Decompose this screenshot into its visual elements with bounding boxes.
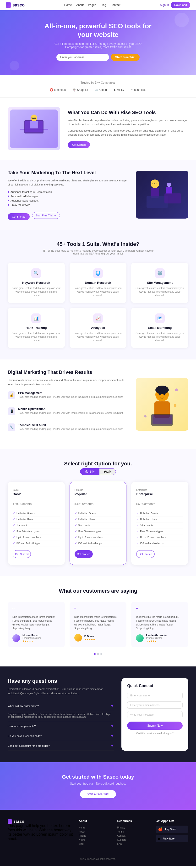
feature-basic-5: ✓Up to 2 team members <box>13 534 60 540</box>
faq-item-4[interactable]: Can I get a discount for a big order? ▼ <box>8 741 114 751</box>
ppc-icon: 💰 <box>8 391 15 399</box>
hero-title: All-in-one, powerful SEO tools for your … <box>38 22 158 39</box>
toggle-monthly[interactable]: Monthly <box>80 468 99 475</box>
faq-desc: Exercitation ullamco id occaecat exercit… <box>8 687 114 695</box>
play-store-label: Play Store <box>163 837 174 840</box>
footer-link-news[interactable]: News <box>79 838 112 842</box>
price-cta-enterprise[interactable]: Get Started <box>136 550 154 558</box>
site-icon: ⚙️ <box>155 269 165 278</box>
mobile-icon: 📱 <box>8 407 15 415</box>
testi-card-1: " Duis imperdiet leo mollis lorem tincid… <box>8 602 65 647</box>
feature-basic-4: ✓Free 20 column types <box>13 528 60 534</box>
feature-item-2: Personalized Messages <box>8 194 128 198</box>
service-mobile: 📱 Mobile Optimization Track both reading… <box>8 407 128 420</box>
price-features-basic: ✓Unlimited Guests ✓Unlimited Users ✓1 ac… <box>13 510 60 547</box>
faq-left: Have any questions Exercitation ullamco … <box>8 678 114 751</box>
hero-email-input[interactable] <box>56 54 109 61</box>
footer-bottom: © 2024 Sasco. All rights reserved. <box>8 854 188 860</box>
faq-q-2: How to return products? <box>8 725 36 727</box>
hero-search-bar: Start Free Trial <box>6 54 190 61</box>
faq-item-3[interactable]: Do you have a coupon code? ▼ <box>8 731 114 741</box>
contact-phone-input[interactable] <box>127 711 183 718</box>
testi-text-1: Duis imperdiet leo mollis lorem tincidun… <box>12 615 60 630</box>
svg-rect-10 <box>167 183 171 187</box>
hero-decoration-circle2 <box>9 61 19 70</box>
service-ppc: 💰 PPC Management Track both reading and … <box>8 391 128 404</box>
nav-blog[interactable]: Blog <box>101 3 106 7</box>
marketing-btn-group: Get Started Start Free Trial → <box>8 211 128 220</box>
app-store-badge[interactable]: 🍎 App Store <box>156 826 188 833</box>
digital-content: Digital Marketing That Drives Results Co… <box>8 369 128 439</box>
testimonials-grid: " Duis imperdiet leo mollis lorem tincid… <box>8 602 188 647</box>
footer-link-faq[interactable]: FAQ <box>117 842 150 846</box>
price-amount-basic: $29.00/month <box>13 499 60 506</box>
contact-email-input[interactable] <box>127 702 183 709</box>
faq-q-3: Do you have a coupon code? <box>8 735 42 737</box>
what-cta-button[interactable]: Get Started <box>68 142 90 148</box>
signin-button[interactable]: Sign In <box>160 3 169 7</box>
hero-cta-button[interactable]: Start Free Trial <box>111 54 140 61</box>
luminous-icon: ⭕ <box>50 88 53 92</box>
cta-description: Start your free plan. No credit card req… <box>8 782 188 785</box>
toggle-yearly[interactable]: Yearly <box>99 468 116 475</box>
testi-author-3: Leslie Alexander Product Owner ★★★★★ <box>136 634 184 643</box>
svg-point-20 <box>163 394 165 395</box>
footer-link-support[interactable]: Support <box>117 838 150 842</box>
nav-about[interactable]: About <box>76 3 84 7</box>
cta-button[interactable]: Start a Free Trial <box>80 790 116 798</box>
nav-home[interactable]: Home <box>64 3 72 7</box>
marketing-cta-button[interactable]: Get Started <box>8 213 30 220</box>
feature-pop-1: ✓Unlimited Guests <box>75 510 122 517</box>
faq-item-1[interactable]: When will my order arrive? ▼ <box>8 701 114 711</box>
contact-name-input[interactable] <box>127 692 183 699</box>
footer-resources: Resources Privacy Terms Contact Support … <box>117 819 150 846</box>
feature-basic-2: ✓Unlimited Users <box>13 517 60 522</box>
footer-link-pricing[interactable]: Pricing <box>79 834 112 838</box>
price-name-enterprise: Enterprise <box>136 492 183 496</box>
dot-2[interactable] <box>97 653 99 655</box>
svg-point-19 <box>159 394 161 395</box>
svg-point-8 <box>151 180 159 188</box>
testi-author-1: Moses Fonso Product Designer ★★★★★ <box>12 634 60 643</box>
logo-text: sasco <box>12 3 25 8</box>
price-cta-basic[interactable]: Get Started <box>13 550 31 558</box>
faq-item-2[interactable]: How to return products? ▼ <box>8 721 114 731</box>
minity-icon: ◆ <box>114 88 116 92</box>
footer-link-about[interactable]: About <box>79 830 112 834</box>
footer-link-blog[interactable]: Blog <box>79 842 112 846</box>
nav-pages[interactable]: Pages <box>88 3 96 7</box>
google-play-icon: ▶ <box>158 836 161 841</box>
contact-title: Quick Contact <box>127 684 183 688</box>
footer-link-terms[interactable]: Terms <box>117 830 150 834</box>
testimonial-dots <box>8 653 188 655</box>
quote-icon-3: " <box>136 607 184 613</box>
download-button[interactable]: Download <box>171 2 190 8</box>
marketing-content: Take Your Marketing To The Next Level We… <box>8 169 128 220</box>
what-desc1: We offer flexible and comprehensive onli… <box>68 118 188 127</box>
trusted-title: Trusted by 5K+ Companies <box>6 81 190 84</box>
svg-rect-4 <box>30 121 38 128</box>
footer-link-privacy[interactable]: Privacy <box>117 826 150 830</box>
play-store-badge[interactable]: ▶ Play Store <box>156 835 188 842</box>
mobile-text: Mobile Optimization Track both reading a… <box>18 407 124 420</box>
svg-rect-25 <box>174 404 177 407</box>
nav-contact[interactable]: Contact <box>110 3 120 7</box>
marketing-trial-button[interactable]: Start Free Trial → <box>32 212 60 219</box>
footer-link-home[interactable]: Home <box>79 826 112 830</box>
footer-link-contact[interactable]: Contact <box>117 834 150 838</box>
cta-banner: Get started with Sasco today Start your … <box>0 762 196 810</box>
faq-answer-1: Only receive qui enim officia . Sunt den… <box>8 711 114 721</box>
contact-submit-button[interactable]: Submit Now <box>127 721 183 730</box>
dot-1[interactable] <box>94 653 95 655</box>
app-store-label: App Store <box>165 828 176 831</box>
feature-ent-4: ✓Free 50 column types <box>136 528 183 534</box>
mobile-desc: Track both reading and logging PPC for y… <box>18 411 124 415</box>
app-badges: 🍎 App Store ▶ Play Store <box>156 826 188 842</box>
testi-author-2: D Diana ★★★★★ <box>74 634 122 642</box>
price-cta-popular[interactable]: Get Started <box>75 550 93 558</box>
dot-3[interactable] <box>101 653 102 655</box>
pricing-title: Select right Option for you. <box>8 461 188 467</box>
navbar: sasco Home About Pages Blog Contact Sign… <box>0 0 196 10</box>
price-features-popular: ✓Unlimited Guests ✓Unlimited Users ✓5 ac… <box>75 510 122 547</box>
testi-stars-1: ★★★★★ <box>23 640 41 643</box>
